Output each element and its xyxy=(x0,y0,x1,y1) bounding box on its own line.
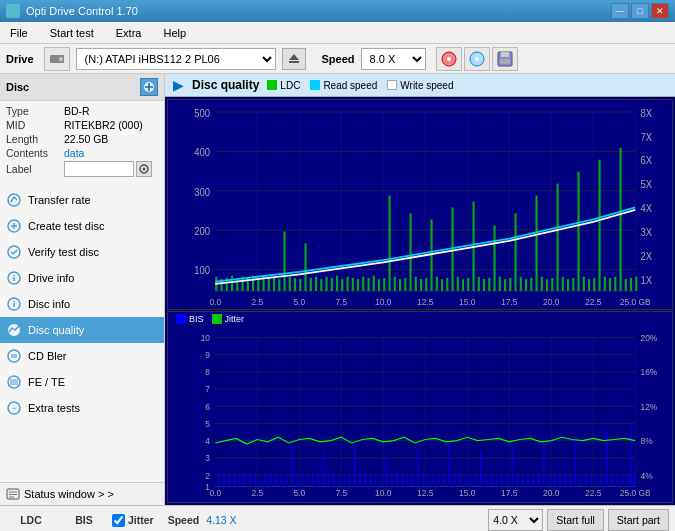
menu-help[interactable]: Help xyxy=(157,25,192,41)
svg-rect-9 xyxy=(501,52,509,57)
svg-text:15.0: 15.0 xyxy=(459,297,475,308)
svg-text:4: 4 xyxy=(205,436,210,446)
eject-button[interactable] xyxy=(282,48,306,70)
speed-stats-label: Speed xyxy=(168,514,200,526)
svg-rect-287 xyxy=(622,475,624,486)
svg-rect-283 xyxy=(595,474,597,487)
disc-section-title: Disc xyxy=(6,81,29,93)
sidebar-item-disc-info[interactable]: Disc info xyxy=(0,291,164,317)
legend-read-speed-label: Read speed xyxy=(323,80,377,91)
window-title: Opti Drive Control 1.70 xyxy=(26,5,138,17)
sidebar-item-drive-info[interactable]: Drive info xyxy=(0,265,164,291)
quality-speed-select[interactable]: 4.0 X xyxy=(488,509,543,531)
disc-contents-row: Contents data xyxy=(6,147,158,159)
svg-text:2X: 2X xyxy=(641,250,653,262)
disc-type-row: Type BD-R xyxy=(6,105,158,117)
close-button[interactable]: ✕ xyxy=(651,3,669,19)
svg-rect-221 xyxy=(280,475,282,486)
svg-rect-212 xyxy=(233,473,235,487)
svg-rect-278 xyxy=(564,474,566,487)
disc-section-btn[interactable] xyxy=(140,78,158,96)
svg-rect-258 xyxy=(438,474,440,487)
svg-rect-152 xyxy=(572,278,574,291)
svg-rect-220 xyxy=(275,473,277,487)
svg-rect-157 xyxy=(609,278,611,291)
svg-point-16 xyxy=(8,194,20,206)
svg-rect-147 xyxy=(541,277,543,291)
app-icon xyxy=(6,4,20,18)
start-part-button[interactable]: Start part xyxy=(608,509,669,531)
sidebar-item-extra-tests[interactable]: + Extra tests xyxy=(0,395,164,421)
sidebar-item-cd-bler[interactable]: CD Bler xyxy=(0,343,164,369)
charts-area: 500 400 300 200 100 8X 7X 6X 5X 4X 3X 2X… xyxy=(165,97,675,505)
svg-text:12%: 12% xyxy=(641,401,658,411)
drive-select[interactable]: (N:) ATAPI iHBS112 2 PL06 xyxy=(76,48,276,70)
maximize-button[interactable]: □ xyxy=(631,3,649,19)
svg-rect-160 xyxy=(630,278,632,291)
svg-rect-148 xyxy=(546,279,548,291)
menu-start-test[interactable]: Start test xyxy=(44,25,100,41)
svg-rect-100 xyxy=(315,277,317,291)
sidebar-item-label-create-test-disc: Create test disc xyxy=(28,220,104,232)
svg-point-15 xyxy=(143,168,146,171)
disc-icon-btn2[interactable] xyxy=(464,47,490,71)
svg-rect-129 xyxy=(415,277,417,291)
svg-rect-222 xyxy=(286,473,288,487)
legend-ldc-color xyxy=(267,80,277,90)
svg-rect-280 xyxy=(580,474,582,487)
sidebar-item-create-test-disc[interactable]: Create test disc xyxy=(0,213,164,239)
svg-rect-261 xyxy=(459,473,461,487)
svg-text:6: 6 xyxy=(205,401,210,411)
svg-rect-288 xyxy=(627,474,629,487)
svg-rect-99 xyxy=(310,278,312,291)
sidebar-item-disc-quality[interactable]: Disc quality xyxy=(0,317,164,343)
sidebar-item-transfer-rate[interactable]: Transfer rate xyxy=(0,187,164,213)
svg-rect-110 xyxy=(368,278,370,291)
sidebar-item-label-extra-tests: Extra tests xyxy=(28,402,80,414)
menu-extra[interactable]: Extra xyxy=(110,25,148,41)
disc-info-icon xyxy=(6,296,22,312)
jitter-checkbox[interactable] xyxy=(112,514,125,527)
svg-rect-231 xyxy=(543,441,545,487)
svg-text:10: 10 xyxy=(201,333,210,343)
save-icon-btn[interactable] xyxy=(492,47,518,71)
disc-icon-btn[interactable] xyxy=(436,47,462,71)
label-input[interactable] xyxy=(64,161,134,177)
svg-rect-244 xyxy=(349,473,351,487)
sidebar-item-fe-te[interactable]: FE / TE xyxy=(0,369,164,395)
svg-rect-122 xyxy=(578,172,580,291)
sidebar-item-verify-test-disc[interactable]: Verify test disc xyxy=(0,239,164,265)
svg-rect-230 xyxy=(511,446,513,486)
svg-rect-158 xyxy=(614,277,616,291)
legend-bis-label: BIS xyxy=(189,314,204,324)
svg-text:20.0: 20.0 xyxy=(543,297,559,308)
svg-rect-114 xyxy=(410,213,412,291)
svg-rect-256 xyxy=(427,473,429,487)
content-area: ▶ Disc quality LDC Read speed Write spee… xyxy=(165,74,675,505)
chart1-legend: LDC Read speed Write speed xyxy=(267,80,453,91)
svg-rect-140 xyxy=(488,278,490,291)
label-settings-btn[interactable] xyxy=(136,161,152,177)
menu-file[interactable]: File xyxy=(4,25,34,41)
main-area: Disc Type BD-R MID RITEKBR2 (000) Length… xyxy=(0,74,675,505)
status-window[interactable]: Status window > > xyxy=(0,482,164,505)
svg-rect-223 xyxy=(291,441,293,487)
svg-text:2: 2 xyxy=(205,470,210,480)
start-full-button[interactable]: Start full xyxy=(547,509,604,531)
menu-bar: File Start test Extra Help xyxy=(0,22,675,44)
speed-select[interactable]: 8.0 X xyxy=(361,48,426,70)
disc-quality-header: ▶ Disc quality LDC Read speed Write spee… xyxy=(165,74,675,97)
ldc-header: LDC xyxy=(20,514,42,526)
minimize-button[interactable]: — xyxy=(611,3,629,19)
svg-rect-241 xyxy=(333,473,335,487)
svg-rect-89 xyxy=(257,279,259,291)
svg-rect-103 xyxy=(331,278,333,291)
svg-rect-250 xyxy=(391,474,393,487)
disc-mid-row: MID RITEKBR2 (000) xyxy=(6,119,158,131)
drive-action-icons xyxy=(436,47,518,71)
create-test-disc-icon xyxy=(6,218,22,234)
svg-rect-227 xyxy=(417,450,419,487)
svg-rect-102 xyxy=(326,277,328,291)
speed-label: Speed xyxy=(322,53,355,65)
disc-quality-header-icon: ▶ xyxy=(173,77,184,93)
